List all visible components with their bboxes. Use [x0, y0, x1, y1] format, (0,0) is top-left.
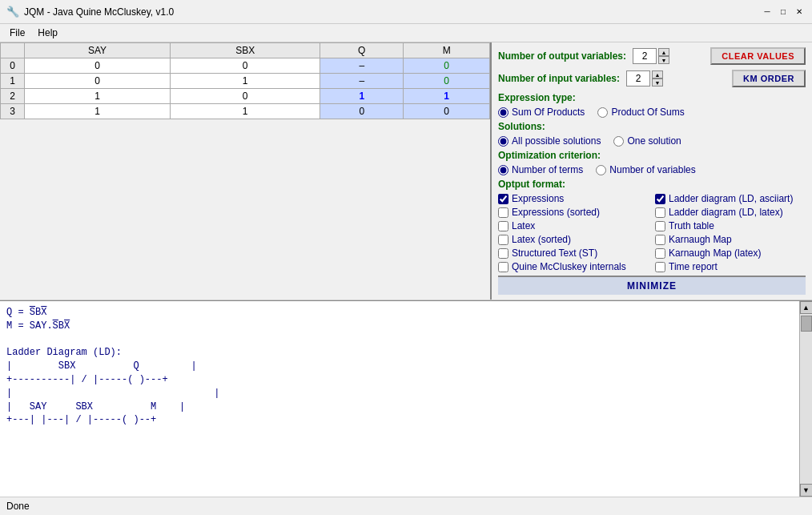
output-vars-up[interactable]: ▲	[658, 48, 669, 56]
radio-num-vars-input[interactable]	[596, 165, 606, 175]
table-row: 000–0	[1, 58, 490, 74]
menu-file[interactable]: File	[3, 26, 31, 40]
cb-latex-label: Latex	[512, 220, 535, 231]
cell-index: 3	[1, 104, 25, 119]
radio-all-solutions[interactable]: All possible solutions	[498, 135, 601, 147]
cb-quine-internals[interactable]: Quine McCluskey internals	[498, 261, 649, 272]
col-header-say: SAY	[25, 43, 171, 58]
scrollbar[interactable]: ▲ ▼	[799, 301, 812, 497]
radio-num-terms-label: Number of terms	[512, 164, 583, 175]
radio-pos[interactable]: Product Of Sums	[597, 107, 684, 118]
cb-ld-ascii[interactable]: Ladder diagram (LD, asciiart)	[655, 193, 806, 204]
radio-num-vars-label: Number of variables	[609, 164, 695, 175]
cell-q: –	[320, 58, 404, 74]
cb-latex-sorted-input[interactable]	[498, 235, 509, 245]
status-text: Done	[6, 501, 30, 512]
cb-expressions[interactable]: Expressions	[498, 193, 649, 204]
cb-karnaugh-latex[interactable]: Karnaugh Map (latex)	[655, 247, 806, 259]
radio-sop-label: Sum Of Products	[512, 107, 585, 118]
optimization-label: Optimization criterion:	[498, 150, 806, 161]
radio-pos-input[interactable]	[597, 107, 608, 118]
close-window-button[interactable]: ✕	[793, 6, 806, 18]
output-vars-spinner: ▲ ▼	[633, 48, 669, 64]
input-vars-up[interactable]: ▲	[652, 70, 663, 78]
expression-type-group: Sum Of Products Product Of Sums	[498, 107, 806, 118]
radio-num-vars[interactable]: Number of variables	[596, 164, 695, 175]
col-header-index	[1, 43, 25, 58]
cb-st-label: Structured Text (ST)	[512, 247, 597, 259]
cb-time-report[interactable]: Time report	[655, 261, 806, 272]
minimize-button[interactable]: MINIMIZE	[627, 280, 677, 292]
cell-index: 2	[1, 89, 25, 104]
cb-time-label: Time report	[669, 261, 718, 272]
cell-sbx: 1	[171, 104, 320, 119]
cb-kmap-input[interactable]	[655, 235, 665, 245]
cell-say: 1	[25, 104, 171, 119]
app-icon: 🔧	[6, 6, 19, 18]
output-format-label: Optput format:	[498, 179, 806, 190]
minimize-bar: MINIMIZE	[498, 276, 806, 295]
cb-truth-label: Truth table	[669, 220, 714, 231]
col-header-sbx: SBX	[171, 43, 320, 58]
cb-karnaugh-map[interactable]: Karnaugh Map	[655, 234, 806, 245]
cb-st-input[interactable]	[498, 248, 509, 259]
cb-structured-text[interactable]: Structured Text (ST)	[498, 247, 649, 259]
cb-truth-table[interactable]: Truth table	[655, 220, 806, 231]
cb-latex-input[interactable]	[498, 221, 509, 231]
minimize-window-button[interactable]: ─	[761, 6, 774, 18]
radio-sop-input[interactable]	[498, 107, 509, 118]
cb-qm-input[interactable]	[498, 262, 509, 272]
cb-kmap-latex-label: Karnaugh Map (latex)	[669, 247, 761, 259]
cb-ld-ascii-input[interactable]	[655, 194, 665, 204]
output-vars-input[interactable]	[633, 48, 657, 64]
cell-m: 0	[404, 104, 490, 119]
output-text[interactable]: Q = SBX M = SAY.SBX Ladder Diagram (LD):…	[0, 301, 799, 497]
table-section: SAY SBX Q M 000–0101–02101131100	[0, 42, 492, 300]
radio-one-solution[interactable]: One solution	[613, 135, 681, 147]
optimization-group: Number of terms Number of variables	[498, 164, 806, 175]
cb-ld-latex[interactable]: Ladder diagram (LD, latex)	[655, 207, 806, 218]
clear-values-button[interactable]: CLEAR VALUES	[710, 47, 806, 65]
cb-truth-input[interactable]	[655, 221, 665, 231]
right-panel: Number of output variables: ▲ ▼ CLEAR VA…	[492, 42, 812, 300]
cell-say: 0	[25, 74, 171, 89]
cell-q: –	[320, 74, 404, 89]
output-vars-down[interactable]: ▼	[658, 56, 669, 64]
cb-expressions-input[interactable]	[498, 194, 509, 204]
radio-all-sol-label: All possible solutions	[512, 135, 601, 147]
cell-sbx: 0	[171, 89, 320, 104]
maximize-window-button[interactable]: □	[777, 6, 790, 18]
cb-latex[interactable]: Latex	[498, 220, 649, 231]
output-vars-label: Number of output variables:	[498, 50, 626, 62]
radio-sop[interactable]: Sum Of Products	[498, 107, 585, 118]
radio-num-terms[interactable]: Number of terms	[498, 164, 583, 175]
input-vars-spinner: ▲ ▼	[626, 70, 663, 87]
cb-expressions-label: Expressions	[512, 193, 564, 204]
cb-ld-ascii-label: Ladder diagram (LD, asciiart)	[669, 193, 793, 204]
scroll-thumb[interactable]	[801, 316, 812, 332]
cell-say: 0	[25, 58, 171, 74]
cb-expr-sorted-input[interactable]	[498, 207, 509, 218]
cell-index: 1	[1, 74, 25, 89]
scroll-up-button[interactable]: ▲	[800, 301, 813, 314]
cell-q: 0	[320, 104, 404, 119]
cell-m: 0	[404, 58, 490, 74]
cb-expressions-sorted[interactable]: Expressions (sorted)	[498, 207, 649, 218]
km-order-button[interactable]: KM ORDER	[732, 70, 806, 87]
cb-kmap-latex-input[interactable]	[655, 248, 665, 259]
col-header-m: M	[404, 43, 490, 58]
cb-ld-latex-label: Ladder diagram (LD, latex)	[669, 207, 783, 218]
cb-latex-sorted[interactable]: Latex (sorted)	[498, 234, 649, 245]
output-section: Q = SBX M = SAY.SBX Ladder Diagram (LD):…	[0, 300, 812, 497]
input-vars-down[interactable]: ▼	[652, 78, 663, 87]
titlebar: 🔧 JQM - Java Quine McCluskey, v1.0 ─ □ ✕	[0, 0, 812, 24]
radio-num-terms-input[interactable]	[498, 165, 509, 175]
radio-all-sol-input[interactable]	[498, 136, 509, 147]
cb-ld-latex-input[interactable]	[655, 207, 665, 218]
menu-help[interactable]: Help	[31, 26, 64, 40]
cb-time-input[interactable]	[655, 262, 665, 272]
cell-q: 1	[320, 89, 404, 104]
radio-one-sol-input[interactable]	[613, 136, 624, 147]
scroll-down-button[interactable]: ▼	[800, 484, 813, 497]
input-vars-input[interactable]	[626, 70, 650, 87]
